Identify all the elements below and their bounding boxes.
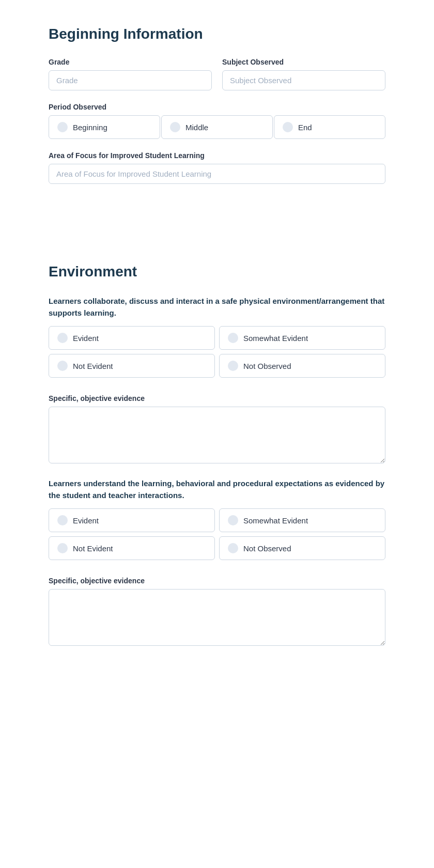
q2-evident-label: Evident [73, 516, 99, 525]
q1-evident-circle [57, 333, 68, 343]
q1-somewhat-evident-circle [228, 333, 238, 343]
q1-evident[interactable]: Evident [49, 326, 215, 350]
grade-input[interactable] [49, 70, 212, 90]
question-2-label: Learners understand the learning, behavi… [49, 478, 385, 501]
question-1-label: Learners collaborate, discuss and intera… [49, 296, 385, 319]
q2-not-evident-label: Not Evident [73, 544, 113, 553]
q2-evident-circle [57, 515, 68, 525]
question-1-options: Evident Somewhat Evident Not Evident Not… [49, 326, 385, 378]
question-block-2: Learners understand the learning, behavi… [49, 478, 385, 560]
period-end-label: End [298, 123, 312, 132]
period-middle-circle [170, 122, 180, 132]
period-middle-label: Middle [185, 123, 208, 132]
environment-title: Environment [49, 264, 385, 280]
q1-not-evident-label: Not Evident [73, 362, 113, 370]
q2-somewhat-evident[interactable]: Somewhat Evident [219, 508, 385, 532]
q1-evidence-label: Specific, objective evidence [49, 394, 385, 402]
period-beginning-circle [57, 122, 68, 132]
q1-not-observed[interactable]: Not Observed [219, 354, 385, 378]
q2-not-observed[interactable]: Not Observed [219, 536, 385, 560]
focus-label: Area of Focus for Improved Student Learn… [49, 151, 385, 160]
q1-somewhat-evident[interactable]: Somewhat Evident [219, 326, 385, 350]
q2-evidence-textarea[interactable] [49, 589, 385, 646]
q2-somewhat-evident-circle [228, 515, 238, 525]
period-beginning-label: Beginning [73, 123, 107, 132]
q2-not-evident[interactable]: Not Evident [49, 536, 215, 560]
subject-observed-input[interactable] [222, 70, 385, 90]
grade-label: Grade [49, 58, 212, 66]
subject-observed-label: Subject Observed [222, 58, 385, 66]
q2-not-evident-circle [57, 543, 68, 553]
period-middle[interactable]: Middle [161, 115, 273, 139]
q1-not-observed-circle [228, 361, 238, 371]
q2-evidence-label: Specific, objective evidence [49, 577, 385, 585]
question-block-1: Learners collaborate, discuss and intera… [49, 296, 385, 378]
question-2-options: Evident Somewhat Evident Not Evident Not… [49, 508, 385, 560]
period-end-circle [283, 122, 293, 132]
period-observed-label: Period Observed [49, 103, 385, 111]
period-observed-group: Beginning Middle End [49, 115, 385, 139]
beginning-info-title: Beginning Information [49, 26, 385, 42]
q1-not-evident[interactable]: Not Evident [49, 354, 215, 378]
period-beginning[interactable]: Beginning [49, 115, 160, 139]
q1-somewhat-evident-label: Somewhat Evident [243, 334, 308, 343]
q1-evidence-textarea[interactable] [49, 407, 385, 463]
q1-evident-label: Evident [73, 334, 99, 343]
q2-evident[interactable]: Evident [49, 508, 215, 532]
focus-input[interactable] [49, 164, 385, 184]
q2-somewhat-evident-label: Somewhat Evident [243, 516, 308, 525]
q1-not-evident-circle [57, 361, 68, 371]
q2-not-observed-circle [228, 543, 238, 553]
q2-not-observed-label: Not Observed [243, 544, 291, 553]
q1-not-observed-label: Not Observed [243, 362, 291, 370]
period-end[interactable]: End [274, 115, 385, 139]
